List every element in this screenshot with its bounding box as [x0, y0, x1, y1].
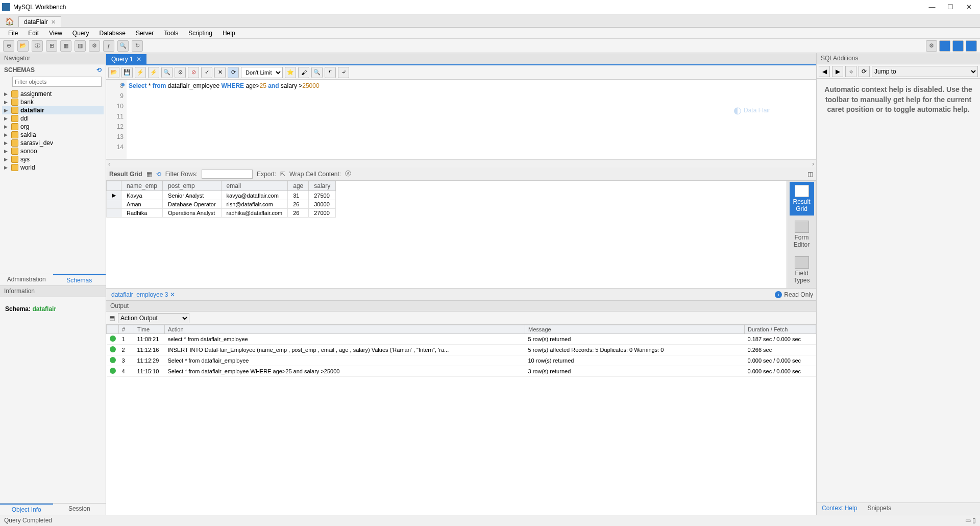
output-select[interactable]: Action Output — [118, 313, 189, 323]
panel-bottom-icon[interactable] — [952, 40, 964, 52]
refresh-icon[interactable]: ⟲ — [96, 66, 102, 74]
schema-filter-input[interactable] — [12, 77, 102, 87]
window-close-button[interactable]: ✕ — [960, 2, 978, 12]
schema-item-selected[interactable]: ▶dataflair — [2, 106, 104, 114]
grid-icon[interactable]: ▦ — [146, 171, 152, 178]
main-toolbar: ⊕ 📂 ⓘ ⊞ ▦ ▥ ⚙ ƒ 🔍 ↻ ⚙ — [0, 39, 980, 53]
form-editor-button[interactable]: Form Editor — [790, 218, 814, 251]
schema-item[interactable]: ▶sarasvi_dev — [2, 139, 104, 147]
navigator-pane: Navigator SCHEMAS ⟲ ▶assignment ▶bank ▶d… — [0, 53, 106, 515]
readonly-indicator: iRead Only — [775, 291, 813, 298]
search-icon[interactable]: 🔍 — [117, 40, 129, 52]
schema-item[interactable]: ▶sakila — [2, 131, 104, 139]
stop-icon[interactable]: ⊘ — [175, 67, 186, 78]
tab-session[interactable]: Session — [53, 504, 106, 515]
menubar: File Edit View Query Database Server Too… — [0, 28, 980, 39]
breakpoint-icon — [121, 83, 125, 86]
explain-icon[interactable]: 🔍 — [161, 67, 173, 78]
wrap-icon[interactable]: ⤶ — [338, 67, 349, 78]
manual-help-icon[interactable]: ⟐ — [845, 66, 856, 77]
open-sql-icon[interactable]: 📂 — [17, 40, 29, 52]
do-not-icon[interactable]: ⊘ — [188, 67, 199, 78]
menu-help[interactable]: Help — [217, 29, 240, 38]
favorite-icon[interactable]: ⭐ — [285, 67, 296, 78]
close-icon[interactable]: ✕ — [51, 19, 56, 26]
tab-context-help[interactable]: Context Help — [817, 503, 862, 515]
tab-object-info[interactable]: Object Info — [0, 504, 53, 515]
schema-item[interactable]: ▶world — [2, 163, 104, 172]
tab-administration[interactable]: Administration — [0, 274, 53, 285]
execute-icon[interactable]: ⚡ — [135, 67, 146, 78]
schemas-label: SCHEMAS — [4, 66, 35, 74]
wrap-icon[interactable]: Ⓐ — [345, 170, 351, 178]
panel-toggle-icon[interactable]: ◫ — [807, 171, 813, 178]
filter-rows-input[interactable] — [202, 170, 253, 179]
create-function-icon[interactable]: ƒ — [103, 40, 114, 52]
execute-step-icon[interactable]: ⚡ — [148, 67, 159, 78]
app-logo-icon — [2, 3, 10, 11]
tab-schemas[interactable]: Schemas — [53, 274, 106, 285]
schema-item[interactable]: ▶assignment — [2, 90, 104, 98]
field-types-button[interactable]: Field Types — [790, 253, 814, 287]
jump-to-select[interactable]: Jump to — [872, 66, 978, 77]
connection-tab[interactable]: dataFlair ✕ — [18, 16, 61, 27]
inspector-icon[interactable]: ⓘ — [32, 40, 43, 52]
new-sql-tab-icon[interactable]: ⊕ — [3, 40, 14, 52]
save-icon[interactable]: 💾 — [121, 67, 133, 78]
commit-icon[interactable]: ✓ — [201, 67, 212, 78]
result-side-panel: Result Grid Form Editor Field Types ▽ — [787, 181, 816, 288]
result-tab[interactable]: dataflair_employee 3✕ — [109, 290, 177, 299]
create-schema-icon[interactable]: ⊞ — [46, 40, 57, 52]
output-table[interactable]: # Time Action Message Duration / Fetch 1… — [106, 325, 816, 515]
result-tab-bar: dataflair_employee 3✕ iRead Only — [106, 288, 816, 300]
row-limit-select[interactable]: Don't Limit — [241, 67, 283, 78]
window-minimize-button[interactable]: — — [923, 2, 941, 12]
window-maximize-button[interactable]: ☐ — [941, 2, 960, 12]
nav-forward-icon[interactable]: ▶ — [832, 66, 843, 77]
create-table-icon[interactable]: ▦ — [60, 40, 71, 52]
menu-server[interactable]: Server — [131, 29, 159, 38]
query-tab[interactable]: Query 1 ✕ — [106, 54, 146, 64]
menu-file[interactable]: File — [3, 29, 23, 38]
refresh-icon[interactable]: ⟲ — [156, 171, 161, 178]
sql-editor[interactable]: 891011121314 Select * from dataflair_emp… — [106, 80, 816, 159]
nav-back-icon[interactable]: ◀ — [819, 66, 830, 77]
schema-item[interactable]: ▶bank — [2, 98, 104, 106]
invisible-icon[interactable]: ¶ — [325, 67, 336, 78]
menu-database[interactable]: Database — [94, 29, 131, 38]
rollback-icon[interactable]: ✕ — [214, 67, 226, 78]
close-icon[interactable]: ✕ — [136, 56, 141, 63]
auto-help-icon[interactable]: ⟳ — [859, 66, 870, 77]
schema-item[interactable]: ▶org — [2, 123, 104, 131]
reconnect-icon[interactable]: ↻ — [132, 40, 143, 52]
schema-item[interactable]: ▶sonoo — [2, 147, 104, 155]
tab-snippets[interactable]: Snippets — [862, 503, 896, 515]
menu-view[interactable]: View — [44, 29, 67, 38]
create-view-icon[interactable]: ▥ — [75, 40, 86, 52]
editor-scrollbar[interactable]: ‹› — [106, 159, 816, 168]
status-icons: ▭ ▯ — [965, 517, 976, 524]
connection-tabs: 🏠 dataFlair ✕ — [0, 14, 980, 28]
autocommit-icon[interactable]: ⟳ — [228, 67, 239, 78]
menu-scripting[interactable]: Scripting — [183, 29, 217, 38]
result-grid-button[interactable]: Result Grid — [790, 182, 814, 216]
export-icon[interactable]: ⇱ — [280, 171, 285, 178]
menu-query[interactable]: Query — [67, 29, 94, 38]
schema-item[interactable]: ▶ddl — [2, 114, 104, 123]
sql-code[interactable]: Select * from dataflair_employee WHERE a… — [127, 80, 816, 159]
help-text: Automatic context help is disabled. Use … — [817, 79, 980, 503]
open-file-icon[interactable]: 📂 — [108, 67, 119, 78]
create-procedure-icon[interactable]: ⚙ — [89, 40, 100, 52]
result-grid[interactable]: name_emp post_emp email age salary ▶Kavy… — [106, 181, 787, 288]
beautify-icon[interactable]: 🖌 — [298, 67, 309, 78]
menu-edit[interactable]: Edit — [23, 29, 44, 38]
close-icon[interactable]: ✕ — [170, 291, 175, 298]
panel-left-icon[interactable] — [939, 40, 950, 52]
home-icon[interactable]: 🏠 — [3, 16, 15, 27]
panel-right-icon[interactable] — [966, 40, 977, 52]
settings-icon[interactable]: ⚙ — [926, 40, 937, 52]
find-icon[interactable]: 🔍 — [311, 67, 323, 78]
table-row: ▶KavyaSenior Analystkavya@dataflair.com3… — [107, 191, 336, 200]
schema-item[interactable]: ▶sys — [2, 155, 104, 163]
menu-tools[interactable]: Tools — [159, 29, 183, 38]
